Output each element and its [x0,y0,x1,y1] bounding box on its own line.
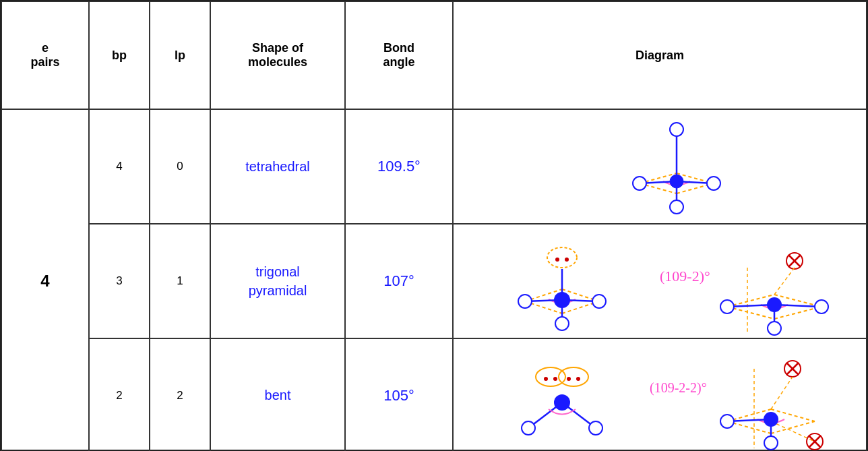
row3-bond-angle: 105° [345,338,453,451]
header-e-pairs: e pairs [1,1,89,109]
svg-point-72 [764,412,778,427]
svg-line-61 [771,377,793,409]
header-lp-label: lp [175,49,185,63]
tetrahedral-svg [559,116,761,217]
row2-bp-value: 3 [116,274,122,288]
header-bond-angle-label: Bond angle [383,41,414,69]
header-shape-label: Shape of molecules [248,41,307,69]
svg-point-14 [555,258,559,262]
row2-bond-angle: 107° [345,224,453,338]
header-diagram: Diagram [453,1,867,109]
svg-point-27 [555,317,569,330]
row3-bond-angle-value: 105° [383,387,414,404]
row2-bond-angle-value: 107° [383,272,414,290]
e-pairs-label: 4 [40,272,49,291]
row1-lp-value: 0 [177,160,183,173]
svg-point-54 [522,421,535,435]
svg-point-49 [567,377,571,381]
row2-bp: 3 [89,224,150,338]
svg-point-50 [576,377,580,381]
svg-point-25 [518,295,532,308]
svg-point-74 [764,436,778,450]
svg-point-8 [670,175,683,188]
svg-point-73 [720,415,734,428]
svg-point-26 [592,295,606,308]
row1-bond-angle-value: 109.5° [377,158,421,175]
svg-point-24 [554,292,570,308]
row2-shape: trigonal pyramidal [210,224,345,338]
svg-text:(109-2)°: (109-2)° [660,268,710,284]
svg-point-12 [670,200,683,214]
row1-diagram [453,109,867,224]
bent-svg: (109-2-2)° [464,342,855,450]
row2-lp-value: 1 [177,274,183,288]
row1-bp-value: 4 [116,160,122,173]
svg-line-65 [771,421,815,433]
svg-point-15 [565,258,569,262]
svg-point-10 [633,177,646,190]
svg-point-43 [815,300,828,313]
svg-point-53 [554,394,570,411]
row3-diagram: (109-2-2)° [453,338,867,451]
trigonal-pyramidal-svg: (109-2)° [464,227,855,335]
header-diagram-label: Diagram [636,49,684,63]
header-lp: lp [150,1,210,109]
row2-shape-value: trigonal pyramidal [249,262,307,300]
svg-point-42 [720,300,734,313]
svg-point-47 [553,377,557,381]
svg-line-33 [774,268,795,295]
svg-point-41 [767,297,782,312]
row3-bp-value: 2 [116,389,122,402]
row3-bp: 2 [89,338,150,451]
header-bp-label: bp [112,49,127,63]
svg-point-9 [670,123,683,136]
row3-lp-value: 2 [177,389,183,402]
main-table: e pairs bp lp Shape of molecules Bond an… [0,0,868,451]
row2-diagram: (109-2)° [453,224,867,338]
svg-point-11 [707,177,720,190]
header-bond-angle: Bond angle [345,1,453,109]
svg-point-55 [589,421,602,435]
svg-point-45 [536,367,565,386]
svg-text:(109-2-2)°: (109-2-2)° [650,380,707,396]
row1-shape: tetrahedral [210,109,345,224]
row1-lp: 0 [150,109,210,224]
e-pairs-value: 4 [1,109,89,451]
svg-point-46 [544,377,548,381]
row3-shape-value: bent [265,388,291,403]
svg-point-13 [547,247,577,268]
header-shape: Shape of molecules [210,1,345,109]
row3-lp: 2 [150,338,210,451]
header-bp: bp [89,1,150,109]
row1-bp: 4 [89,109,150,224]
row2-lp: 1 [150,224,210,338]
svg-point-44 [768,322,781,335]
header-e-pairs-label: e pairs [30,41,59,69]
row1-bond-angle: 109.5° [345,109,453,224]
row1-shape-value: tetrahedral [245,159,310,175]
svg-point-48 [559,367,588,386]
row3-shape: bent [210,338,345,451]
